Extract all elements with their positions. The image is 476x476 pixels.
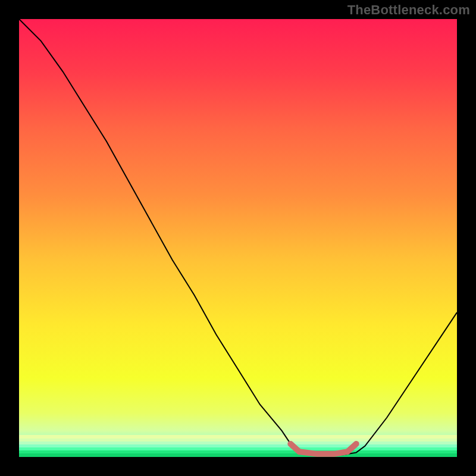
curve-layer bbox=[19, 19, 457, 457]
optimal-band bbox=[290, 444, 356, 454]
watermark-text: TheBottleneck.com bbox=[347, 2, 470, 18]
plot-area bbox=[19, 19, 457, 457]
chart-frame: TheBottleneck.com bbox=[0, 0, 476, 476]
bottleneck-curve bbox=[19, 19, 457, 455]
